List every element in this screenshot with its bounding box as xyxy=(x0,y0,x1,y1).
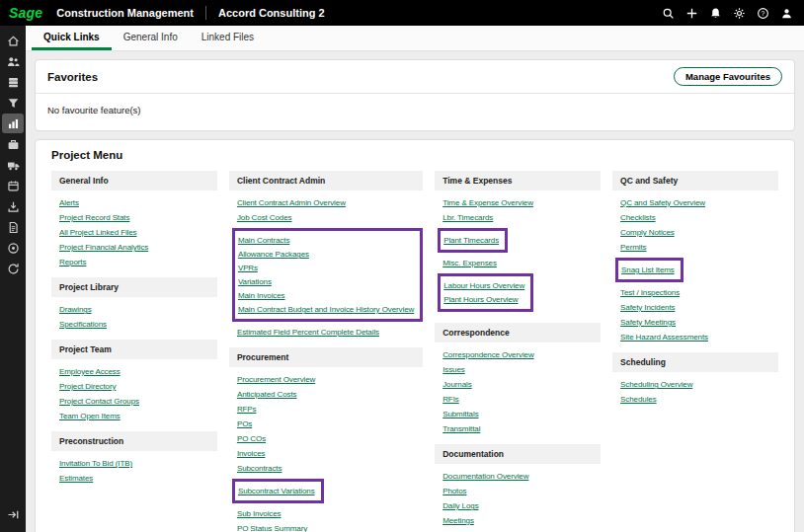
menu-link-snag-list-items[interactable]: Snag List Items xyxy=(621,266,675,274)
search-icon xyxy=(662,7,675,20)
sidebar-item-projects[interactable] xyxy=(2,134,24,154)
analytics-icon xyxy=(7,117,20,130)
menu-link-main-contracts[interactable]: Main Contracts xyxy=(238,236,289,245)
menu-link-project-contact-groups[interactable]: Project Contact Groups xyxy=(59,397,139,406)
section-links: QC and Safety OverviewChecklistsComply N… xyxy=(612,190,778,342)
highlight-box: Plant Timecards xyxy=(438,228,508,253)
section-links: Procurement OverviewAnticipated CostsRFP… xyxy=(229,367,423,532)
menu-link-time-expense-overview[interactable]: Time & Expense Overview xyxy=(442,198,533,207)
menu-link-site-hazard-assessments[interactable]: Site Hazard Assessments xyxy=(620,333,708,342)
menu-link-qc-and-safety-overview[interactable]: QC and Safety Overview xyxy=(620,198,705,207)
sidebar-item-downloads[interactable] xyxy=(2,196,24,216)
menu-link-issues[interactable]: Issues xyxy=(442,365,465,374)
menu-link-scheduling-overview[interactable]: Scheduling Overview xyxy=(620,380,692,389)
menu-link-safety-meetings[interactable]: Safety Meetings xyxy=(620,318,676,327)
sidebar-item-team[interactable] xyxy=(2,51,24,71)
menu-link-specifications[interactable]: Specifications xyxy=(59,320,107,329)
menu-link-misc-expenses[interactable]: Misc. Expenses xyxy=(442,259,497,267)
menu-section-documentation: DocumentationDocumentation OverviewPhoto… xyxy=(435,444,601,532)
topbar-user-button[interactable] xyxy=(778,5,795,22)
menu-link-subcontracts[interactable]: Subcontracts xyxy=(237,464,282,473)
menu-link-checklists[interactable]: Checklists xyxy=(620,213,655,222)
tab-quick-links[interactable]: Quick Links xyxy=(32,26,112,50)
menu-link-transmittal[interactable]: Transmittal xyxy=(442,424,480,433)
menu-link-main-contract-budget-and-invoice-history-overview[interactable]: Main Contract Budget and Invoice History… xyxy=(238,305,414,314)
section-links: Time & Expense OverviewLbr. TimecardsPla… xyxy=(435,190,601,312)
sidebar-item-calendar[interactable] xyxy=(2,176,24,195)
menu-link-test-inspections[interactable]: Test / Inspections xyxy=(620,288,680,297)
menu-section-general-info: General InfoAlertsProject Record StatsAl… xyxy=(51,171,217,266)
menu-link-correspondence-overview[interactable]: Correspondence Overview xyxy=(442,350,533,359)
menu-link-anticipated-costs[interactable]: Anticipated Costs xyxy=(237,390,297,399)
menu-link-plant-timecards[interactable]: Plant Timecards xyxy=(443,236,499,245)
menu-link-daily-logs[interactable]: Daily Logs xyxy=(442,501,478,510)
menu-link-rfis[interactable]: RFIs xyxy=(442,395,459,404)
menu-link-vprs[interactable]: VPRs xyxy=(238,264,258,272)
menu-link-reports[interactable]: Reports xyxy=(59,258,86,266)
menu-link-employee-access[interactable]: Employee Access xyxy=(59,367,121,376)
menu-link-project-financial-analytics[interactable]: Project Financial Analytics xyxy=(59,243,148,252)
menu-link-plant-hours-overview[interactable]: Plant Hours Overview xyxy=(443,295,518,304)
menu-link-procurement-overview[interactable]: Procurement Overview xyxy=(237,375,315,384)
sidebar-item-collapse[interactable] xyxy=(2,504,24,524)
menu-link-drawings[interactable]: Drawings xyxy=(59,305,92,314)
menu-link-schedules[interactable]: Schedules xyxy=(620,395,656,404)
section-links: AlertsProject Record StatsAll Project Li… xyxy=(51,190,217,266)
sidebar-item-sync[interactable] xyxy=(2,259,24,278)
menu-link-lbr-timecards[interactable]: Lbr. Timecards xyxy=(442,213,493,222)
menu-link-labour-hours-overview[interactable]: Labour Hours Overview xyxy=(443,281,524,290)
topbar-help-button[interactable]: ? xyxy=(755,5,771,22)
menu-link-invitation-to-bid-itb[interactable]: Invitation To Bid (ITB) xyxy=(59,459,132,468)
tab-general-info[interactable]: General Info xyxy=(112,26,190,50)
menu-link-estimates[interactable]: Estimates xyxy=(59,474,93,483)
menu-link-team-open-items[interactable]: Team Open Items xyxy=(59,412,121,420)
section-header: General Info xyxy=(51,171,217,190)
menu-link-safety-incidents[interactable]: Safety Incidents xyxy=(620,303,675,312)
tab-linked-files[interactable]: Linked Files xyxy=(190,26,266,50)
sidebar-item-analytics[interactable] xyxy=(2,114,24,133)
menu-link-invoices[interactable]: Invoices xyxy=(237,449,266,458)
menu-link-po-cos[interactable]: PO COs xyxy=(237,434,266,443)
sidebar-item-records[interactable] xyxy=(2,238,24,258)
notifications-icon xyxy=(709,7,722,20)
menu-link-alerts[interactable]: Alerts xyxy=(59,198,79,207)
sage-logo[interactable]: Sage xyxy=(0,5,56,21)
settings-icon xyxy=(733,7,746,20)
menu-link-journals[interactable]: Journals xyxy=(442,380,471,389)
topbar-settings-button[interactable] xyxy=(731,5,748,22)
topbar-notifications-button[interactable] xyxy=(707,5,724,22)
menu-link-meetings[interactable]: Meetings xyxy=(442,516,474,525)
menu-link-permits[interactable]: Permits xyxy=(620,243,646,252)
menu-section-project-team: Project TeamEmployee AccessProject Direc… xyxy=(51,340,217,420)
menu-link-po-status-summary[interactable]: PO Status Summary xyxy=(237,524,307,532)
favorites-card: Favorites Manage Favourites No favourite… xyxy=(35,59,795,131)
menu-link-rfps[interactable]: RFPs xyxy=(237,405,257,414)
menu-link-subcontract-variations[interactable]: Subcontract Variations xyxy=(238,487,315,495)
menu-link-variations[interactable]: Variations xyxy=(238,277,272,286)
menu-link-allowance-packages[interactable]: Allowance Packages xyxy=(238,250,309,259)
sidebar xyxy=(0,26,26,532)
menu-link-pos[interactable]: POs xyxy=(237,419,252,428)
sidebar-item-modules[interactable] xyxy=(2,72,24,92)
menu-link-estimated-field-percent-complete-details[interactable]: Estimated Field Percent Complete Details xyxy=(237,328,379,337)
menu-link-sub-invoices[interactable]: Sub Invoices xyxy=(237,509,281,518)
menu-link-job-cost-codes[interactable]: Job Cost Codes xyxy=(237,213,292,222)
sidebar-item-home[interactable] xyxy=(2,31,24,50)
menu-link-comply-notices[interactable]: Comply Notices xyxy=(620,228,675,237)
sidebar-item-documents[interactable] xyxy=(2,217,24,237)
manage-favourites-button[interactable]: Manage Favourites xyxy=(674,67,782,86)
sidebar-item-filter[interactable] xyxy=(2,93,24,113)
menu-link-main-invoices[interactable]: Main Invoices xyxy=(238,291,285,300)
equipment-icon xyxy=(7,159,20,172)
topbar-add-button[interactable] xyxy=(683,5,700,22)
menu-link-photos[interactable]: Photos xyxy=(442,487,466,495)
menu-link-project-directory[interactable]: Project Directory xyxy=(59,382,116,391)
menu-link-submittals[interactable]: Submittals xyxy=(442,410,478,418)
sidebar-item-equipment[interactable] xyxy=(2,155,24,175)
menu-link-documentation-overview[interactable]: Documentation Overview xyxy=(442,472,528,481)
menu-link-client-contract-admin-overview[interactable]: Client Contract Admin Overview xyxy=(237,198,346,207)
topbar-search-button[interactable] xyxy=(660,5,677,22)
favorites-empty-message: No favourite feature(s) xyxy=(36,94,794,130)
menu-link-project-record-stats[interactable]: Project Record Stats xyxy=(59,213,129,222)
menu-link-all-project-linked-files[interactable]: All Project Linked Files xyxy=(59,228,137,237)
